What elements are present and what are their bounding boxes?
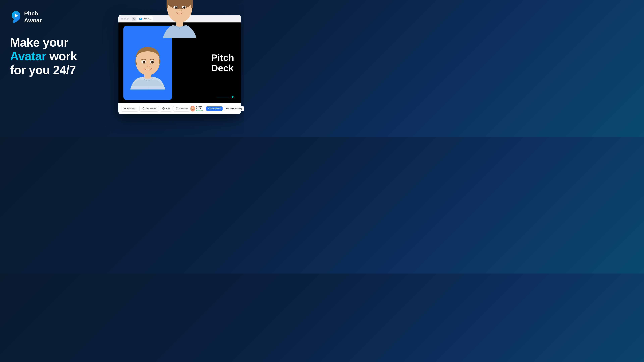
online-status-dot	[196, 110, 198, 111]
comment-button[interactable]: Comment	[173, 106, 190, 112]
schedule-meeting-button[interactable]: Schedule meeting	[224, 106, 244, 111]
tab-label: Pitch Av...	[143, 18, 151, 20]
thumbsup-svg	[124, 107, 126, 110]
home-icon	[133, 18, 135, 20]
svg-rect-4	[191, 0, 193, 8]
comment-svg	[176, 107, 178, 110]
user-avatar-image	[190, 106, 195, 111]
call-presenter-button[interactable]: Call Presenter	[206, 106, 222, 111]
arrow-line	[217, 97, 230, 97]
faq-button[interactable]: ? FAQ	[160, 106, 172, 112]
user-details-text: Emma Scott Online	[196, 106, 205, 112]
pitch-deck-line2: Deck	[211, 63, 234, 73]
pitch-deck-title: Pitch Deck	[211, 52, 234, 73]
window-dot-2	[124, 18, 126, 19]
pitch-deck-line1: Pitch	[211, 52, 234, 63]
svg-point-9	[176, 7, 177, 8]
svg-text:?: ?	[163, 108, 164, 109]
browser-window-controls	[121, 18, 129, 19]
svg-point-23	[152, 61, 154, 62]
avatar-head-floating	[153, 0, 206, 43]
user-status-text: Online	[196, 110, 205, 112]
browser-tab[interactable]: Pitch Av...	[137, 16, 153, 21]
share-svg	[142, 107, 144, 110]
svg-point-24	[144, 107, 144, 108]
share-icon	[142, 107, 144, 110]
reactions-button[interactable]: Reactions	[121, 106, 138, 112]
comment-icon	[176, 107, 178, 110]
svg-point-22	[144, 61, 145, 62]
left-section: Pitch Avatar Make your Avatar work for y…	[10, 10, 104, 77]
user-info-block: Emma Scott Online	[190, 106, 205, 112]
reactions-label: Reactions	[127, 107, 136, 110]
next-slide-arrow[interactable]	[217, 95, 234, 98]
browser-home-button[interactable]	[132, 17, 136, 21]
svg-point-26	[144, 109, 144, 109]
svg-marker-12	[140, 18, 141, 19]
user-name-text: Emma Scott	[196, 106, 205, 110]
browser-bottom-toolbar: Reactions Share slides	[118, 103, 241, 114]
logo-area: Pitch Avatar	[10, 10, 104, 24]
pitch-avatar-logo-icon	[10, 10, 22, 24]
headline-line1: Make your	[10, 35, 104, 49]
svg-line-28	[143, 109, 144, 109]
headline-avatar-word: Avatar	[10, 49, 46, 63]
headline-line2: Avatar work	[10, 49, 104, 63]
faq-label: FAQ	[166, 107, 170, 110]
thumbs-up-icon	[124, 107, 126, 110]
svg-point-33	[192, 107, 194, 109]
headline-work-word: work	[46, 49, 77, 63]
headline: Make your Avatar work for you 24/7	[10, 35, 104, 77]
svg-rect-3	[166, 0, 168, 8]
logo-text: Pitch Avatar	[24, 10, 42, 24]
browser-mockup: Pitch Av... Voice recognition	[118, 15, 241, 114]
svg-point-25	[142, 108, 143, 109]
faq-svg: ?	[162, 107, 165, 110]
faq-icon: ?	[162, 107, 165, 110]
share-slides-button[interactable]: Share slides	[139, 106, 159, 112]
tab-favicon	[139, 17, 142, 20]
toolbar-right-section: Emma Scott Online Call Presenter Schedul…	[190, 106, 244, 112]
user-avatar-svg	[190, 106, 195, 111]
svg-point-31	[176, 107, 178, 109]
headline-line3: for you 24/7	[10, 63, 104, 77]
window-dot-1	[121, 18, 123, 19]
tab-favicon-icon	[140, 18, 142, 19]
arrow-head	[232, 95, 234, 98]
svg-point-10	[184, 7, 185, 8]
avatar-person-svg	[153, 0, 206, 43]
toolbar-action-buttons: Reactions Share slides	[121, 106, 190, 112]
svg-line-27	[143, 108, 144, 108]
comment-label: Comment	[179, 107, 188, 110]
share-slides-label: Share slides	[145, 107, 156, 110]
window-dot-3	[127, 18, 129, 19]
